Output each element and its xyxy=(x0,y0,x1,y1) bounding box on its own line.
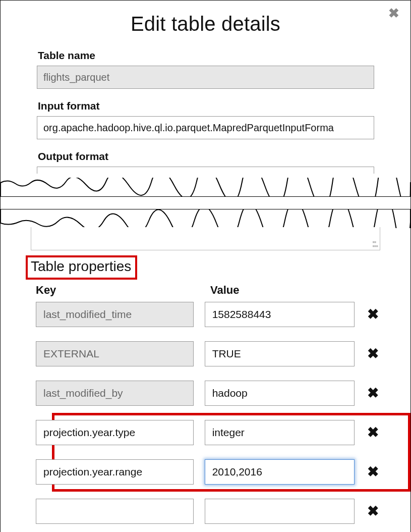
table-properties-heading: Table properties xyxy=(31,258,131,275)
input-format-label: Input format xyxy=(38,100,374,112)
table-name-input xyxy=(37,66,374,89)
delete-row-icon[interactable] xyxy=(366,504,380,518)
column-header-value: Value xyxy=(210,284,380,297)
property-key-input[interactable] xyxy=(36,459,194,485)
delete-row-icon[interactable] xyxy=(366,465,380,479)
table-property-row xyxy=(31,499,380,524)
delete-row-icon[interactable] xyxy=(366,425,380,440)
resize-grip-icon: ▪▪▪▪▪ xyxy=(372,240,378,248)
column-header-key: Key xyxy=(36,284,196,297)
torn-edge-top xyxy=(1,178,410,197)
property-key-input xyxy=(36,381,194,406)
dialog-title: Edit table details xyxy=(1,13,410,35)
output-format-input[interactable] xyxy=(37,167,374,174)
highlight-table-properties-heading: Table properties xyxy=(26,255,137,280)
torn-edge-bottom xyxy=(1,209,410,228)
property-value-input[interactable] xyxy=(205,459,355,485)
property-value-input[interactable] xyxy=(205,381,355,406)
property-key-input[interactable] xyxy=(36,499,194,524)
delete-row-icon[interactable] xyxy=(366,307,380,322)
table-property-row xyxy=(31,459,380,485)
property-value-input[interactable] xyxy=(205,499,355,524)
close-icon[interactable] xyxy=(388,7,399,20)
delete-row-icon[interactable] xyxy=(366,386,380,400)
table-name-label: Table name xyxy=(38,49,374,62)
table-property-row xyxy=(31,420,380,445)
property-value-input[interactable] xyxy=(205,420,355,445)
output-format-label: Output format xyxy=(38,150,374,163)
property-key-input xyxy=(36,341,194,366)
description-textarea[interactable]: ▪▪▪▪▪ xyxy=(31,227,380,250)
table-property-row xyxy=(31,381,380,406)
table-property-row xyxy=(31,341,380,366)
input-format-input[interactable] xyxy=(37,116,374,139)
property-value-input[interactable] xyxy=(205,302,355,327)
delete-row-icon[interactable] xyxy=(366,347,380,361)
property-key-input xyxy=(36,302,194,327)
table-property-row xyxy=(31,302,380,327)
property-key-input[interactable] xyxy=(36,420,194,445)
property-value-input[interactable] xyxy=(205,341,355,366)
